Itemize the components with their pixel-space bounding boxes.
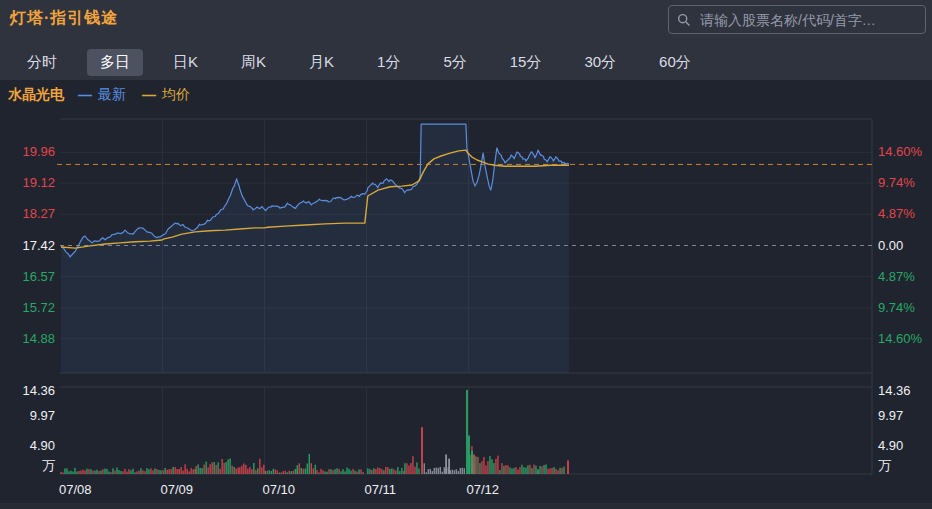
stock-app-window: 灯塔·指引钱途 分时 多日 日K 周K 月K 1分 5分 15分 30分 60分… <box>0 0 932 509</box>
chart-area[interactable]: 19.9619.1218.2717.4216.5715.7214.8814.60… <box>0 0 932 509</box>
price-volume-chart[interactable] <box>0 0 932 509</box>
bottom-panel-edge <box>0 503 932 509</box>
